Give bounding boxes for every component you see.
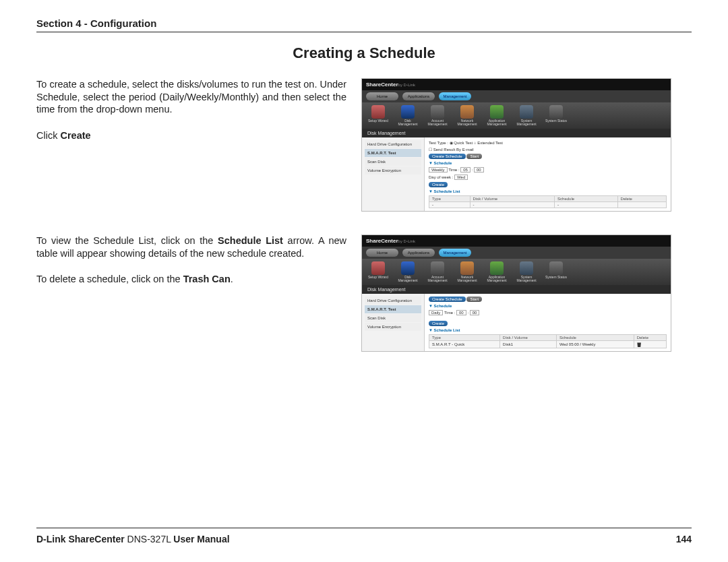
page-footer: D-Link ShareCenter DNS-327L User Manual …: [36, 528, 692, 544]
screenshot-column-1: ShareCenterby D-Link Home Applications M…: [361, 78, 692, 212]
schedule-section-toggle[interactable]: ▼ Schedule: [429, 304, 452, 308]
time-min-dropdown[interactable]: 00: [470, 310, 480, 315]
start-button[interactable]: Start: [466, 154, 482, 159]
icon-setup-wizard[interactable]: Setup Wizard: [366, 261, 390, 282]
icon-network-management[interactable]: Network Management: [455, 261, 479, 282]
panel-title-bar: Disk Management: [362, 129, 671, 137]
page-number: 144: [676, 534, 692, 544]
icon-network-management[interactable]: Network Management: [455, 105, 479, 126]
brand-label: ShareCenterby D-Link: [366, 238, 415, 244]
nav-applications[interactable]: Applications: [402, 92, 435, 100]
screenshot-1: ShareCenterby D-Link Home Applications M…: [361, 78, 671, 212]
create-schedule-button[interactable]: Create Schedule: [429, 154, 466, 159]
instruction-para-1: To create a schedule, select the disks/v…: [36, 78, 346, 116]
period-dropdown[interactable]: Weekly: [429, 167, 448, 173]
screenshot-column-2: ShareCenterby D-Link Home Applications M…: [361, 235, 692, 352]
instruction-para-3: To delete a schedule, click on the Trash…: [36, 273, 346, 286]
icon-application-management[interactable]: Application Management: [485, 261, 509, 282]
screenshot-2: ShareCenterby D-Link Home Applications M…: [361, 235, 671, 352]
side-volume-encryption[interactable]: Volume Encryption: [365, 166, 421, 175]
side-hdd-config[interactable]: Hard Drive Configuration: [365, 296, 421, 305]
create-schedule-button[interactable]: Create Schedule: [429, 296, 466, 302]
create-button[interactable]: Create: [429, 182, 448, 187]
radio-quick-test[interactable]: ◉ Quick Test: [450, 141, 473, 145]
side-scan-disk[interactable]: Scan Disk: [365, 314, 421, 322]
day-of-week-dropdown[interactable]: Wed: [454, 175, 468, 180]
section-header: Section 4 - Configuration: [36, 18, 692, 32]
text-column-2: To view the Schedule List, click on the …: [36, 235, 346, 352]
schedule-section-toggle[interactable]: ▼ Schedule: [429, 161, 452, 165]
nav-home[interactable]: Home: [366, 92, 398, 100]
schedule-list-table: Type Disk / Volume Schedule Delete ---: [429, 195, 667, 208]
icon-disk-management[interactable]: Disk Management: [396, 105, 420, 126]
time-hour-dropdown[interactable]: 05: [460, 167, 471, 173]
instruction-para-2: To view the Schedule List, click on the …: [36, 235, 346, 259]
side-volume-encryption[interactable]: Volume Encryption: [365, 323, 421, 331]
checkbox-send-email[interactable]: ☐ Send Result By E-mail: [429, 148, 474, 152]
panel-title-bar: Disk Management: [362, 285, 671, 294]
icon-system-status[interactable]: System Status: [544, 105, 568, 126]
icon-system-status[interactable]: System Status: [544, 261, 568, 282]
label-test-type: Test Type :: [429, 141, 448, 145]
side-smart-test[interactable]: S.M.A.R.T. Test: [365, 305, 421, 313]
schedule-list-toggle[interactable]: ▼ Schedule List: [429, 328, 460, 332]
nav-management[interactable]: Management: [439, 92, 471, 100]
page-title: Creating a Schedule: [36, 44, 692, 62]
table-row: S.M.A.R.T - Quick Disk1 Wed 05:00 / Week…: [429, 341, 667, 348]
icon-system-management[interactable]: System Management: [514, 261, 539, 282]
time-hour-dropdown[interactable]: 00: [456, 310, 466, 315]
period-dropdown[interactable]: Daily: [429, 310, 443, 315]
content-row-1: To create a schedule, select the disks/v…: [36, 78, 692, 212]
create-button[interactable]: Create: [429, 321, 448, 326]
side-hdd-config[interactable]: Hard Drive Configuration: [365, 140, 421, 148]
text-column-1: To create a schedule, select the disks/v…: [36, 78, 346, 212]
icon-application-management[interactable]: Application Management: [485, 105, 509, 126]
icon-disk-management[interactable]: Disk Management: [396, 261, 420, 282]
side-scan-disk[interactable]: Scan Disk: [365, 158, 421, 166]
radio-extended-test[interactable]: ○ Extended Test: [474, 141, 503, 145]
icon-account-management[interactable]: Account Management: [425, 261, 450, 282]
icon-account-management[interactable]: Account Management: [425, 105, 450, 126]
nav-applications[interactable]: Applications: [402, 249, 435, 257]
brand-label: ShareCenterby D-Link: [366, 82, 415, 88]
icon-setup-wizard[interactable]: Setup Wizard: [366, 105, 390, 126]
start-button[interactable]: Start: [466, 296, 482, 302]
nav-management[interactable]: Management: [439, 249, 471, 257]
content-row-2: To view the Schedule List, click on the …: [36, 235, 692, 352]
schedule-list-toggle[interactable]: ▼ Schedule List: [429, 189, 460, 193]
trash-can-icon[interactable]: [637, 342, 642, 347]
side-smart-test[interactable]: S.M.A.R.T. Test: [365, 149, 421, 157]
icon-system-management[interactable]: System Management: [514, 105, 539, 126]
time-min-dropdown[interactable]: 00: [474, 167, 484, 173]
nav-home[interactable]: Home: [366, 249, 398, 257]
schedule-list-table: Type Disk / Volume Schedule Delete S.M.A…: [429, 334, 667, 348]
instruction-click-create: Click Create: [36, 129, 346, 142]
